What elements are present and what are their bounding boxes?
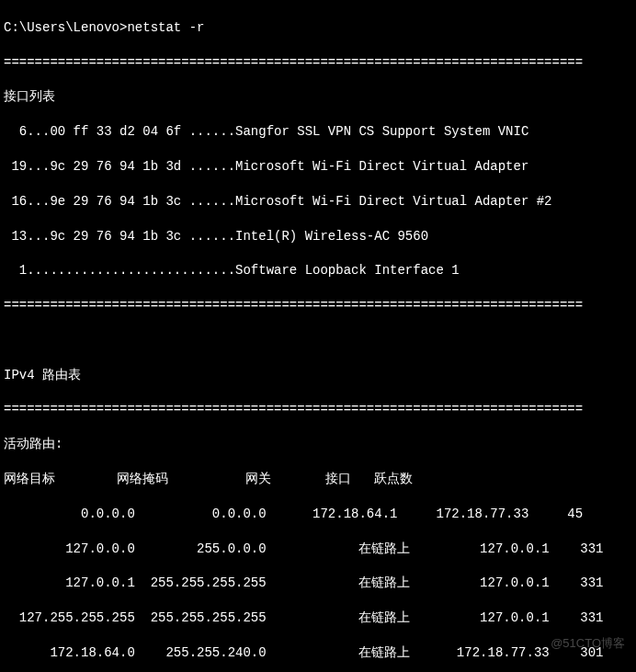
- divider: ========================================…: [4, 297, 632, 314]
- blank-line: [4, 332, 632, 349]
- command-prompt: C:\Users\Lenovo>netstat -r: [4, 19, 632, 37]
- ipv4-route-row: 127.255.255.255 255.255.255.255 在链路上 127…: [4, 609, 632, 627]
- divider: ========================================…: [4, 401, 632, 418]
- ipv4-columns: 网络目标 网络掩码 网关 接口 跃点数: [4, 471, 632, 488]
- divider: ========================================…: [4, 54, 632, 72]
- terminal-output[interactable]: C:\Users\Lenovo>netstat -r =============…: [0, 0, 636, 672]
- ipv4-header: IPv4 路由表: [4, 367, 632, 384]
- ipv4-route-row: 127.0.0.0 255.0.0.0 在链路上 127.0.0.1 331: [4, 541, 632, 558]
- interface-row: 16...9e 29 76 94 1b 3c ......Microsoft W…: [4, 193, 632, 211]
- interface-row: 1...........................Software Loo…: [4, 262, 632, 279]
- active-routes-header: 活动路由:: [4, 436, 632, 453]
- watermark: @51CTO博客: [551, 635, 625, 652]
- interface-row: 6...00 ff 33 d2 04 6f ......Sangfor SSL …: [4, 123, 632, 141]
- ipv4-route-row: 127.0.0.1 255.255.255.255 在链路上 127.0.0.1…: [4, 575, 632, 592]
- ipv4-route-row: 0.0.0.0 0.0.0.0 172.18.64.1 172.18.77.33…: [4, 506, 632, 523]
- ipv4-route-row: 172.18.64.0 255.255.240.0 在链路上 172.18.77…: [4, 644, 632, 662]
- interface-row: 19...9c 29 76 94 1b 3d ......Microsoft W…: [4, 158, 632, 176]
- interface-row: 13...9c 29 76 94 1b 3c ......Intel(R) Wi…: [4, 228, 632, 245]
- interface-list-header: 接口列表: [4, 88, 632, 106]
